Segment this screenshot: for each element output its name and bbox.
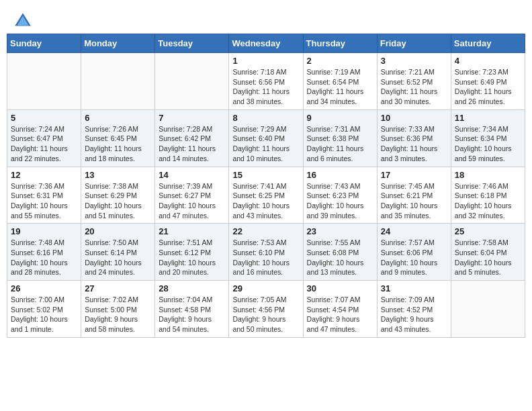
day-number: 24 (381, 226, 447, 236)
calendar-day-cell: 11Sunrise: 7:34 AM Sunset: 6:34 PM Dayli… (451, 109, 525, 167)
calendar-week-row: 26Sunrise: 7:00 AM Sunset: 5:02 PM Dayli… (7, 281, 525, 338)
day-info: Sunrise: 7:02 AM Sunset: 5:00 PM Dayligh… (85, 295, 151, 334)
calendar-day-cell: 6Sunrise: 7:26 AM Sunset: 6:45 PM Daylig… (81, 109, 155, 167)
day-number: 28 (159, 283, 225, 293)
calendar-day-cell: 20Sunrise: 7:50 AM Sunset: 6:14 PM Dayli… (81, 224, 155, 281)
calendar-day-cell: 18Sunrise: 7:46 AM Sunset: 6:18 PM Dayli… (451, 167, 525, 224)
day-number: 13 (85, 170, 151, 180)
day-info: Sunrise: 7:24 AM Sunset: 6:47 PM Dayligh… (11, 124, 77, 164)
day-number: 8 (232, 113, 299, 123)
calendar-day-cell (451, 281, 525, 338)
day-number: 22 (232, 226, 299, 236)
day-number: 31 (381, 283, 447, 293)
day-info: Sunrise: 7:55 AM Sunset: 6:08 PM Dayligh… (307, 238, 373, 277)
day-number: 19 (11, 226, 77, 236)
day-info: Sunrise: 7:51 AM Sunset: 6:12 PM Dayligh… (159, 238, 225, 277)
day-info: Sunrise: 7:28 AM Sunset: 6:42 PM Dayligh… (159, 124, 225, 164)
calendar-day-cell: 21Sunrise: 7:51 AM Sunset: 6:12 PM Dayli… (155, 224, 229, 281)
calendar-day-cell: 29Sunrise: 7:05 AM Sunset: 4:56 PM Dayli… (229, 281, 303, 338)
day-info: Sunrise: 7:19 AM Sunset: 6:54 PM Dayligh… (307, 67, 373, 107)
calendar-day-header: Monday (81, 34, 155, 53)
calendar-day-cell: 4Sunrise: 7:23 AM Sunset: 6:49 PM Daylig… (451, 53, 525, 110)
calendar-day-cell: 17Sunrise: 7:45 AM Sunset: 6:21 PM Dayli… (377, 167, 451, 224)
calendar-day-cell: 9Sunrise: 7:31 AM Sunset: 6:38 PM Daylig… (303, 109, 377, 167)
calendar-day-cell: 23Sunrise: 7:55 AM Sunset: 6:08 PM Dayli… (303, 224, 377, 281)
calendar-day-cell: 16Sunrise: 7:43 AM Sunset: 6:23 PM Dayli… (303, 167, 377, 224)
calendar-day-cell: 12Sunrise: 7:36 AM Sunset: 6:31 PM Dayli… (7, 167, 81, 224)
day-info: Sunrise: 7:34 AM Sunset: 6:34 PM Dayligh… (455, 124, 521, 164)
day-number: 15 (232, 170, 299, 180)
calendar-day-cell: 2Sunrise: 7:19 AM Sunset: 6:54 PM Daylig… (303, 53, 377, 110)
day-number: 2 (307, 56, 373, 66)
day-number: 30 (307, 283, 373, 293)
day-number: 18 (455, 170, 521, 180)
day-info: Sunrise: 7:53 AM Sunset: 6:10 PM Dayligh… (232, 238, 299, 277)
calendar-day-cell: 14Sunrise: 7:39 AM Sunset: 6:27 PM Dayli… (155, 167, 229, 224)
day-info: Sunrise: 7:39 AM Sunset: 6:27 PM Dayligh… (159, 181, 225, 221)
calendar-day-header: Sunday (7, 34, 81, 53)
calendar-day-header: Saturday (451, 34, 525, 53)
day-number: 10 (381, 113, 447, 123)
day-info: Sunrise: 7:31 AM Sunset: 6:38 PM Dayligh… (307, 124, 373, 164)
day-info: Sunrise: 7:43 AM Sunset: 6:23 PM Dayligh… (307, 181, 373, 221)
calendar-day-cell: 7Sunrise: 7:28 AM Sunset: 6:42 PM Daylig… (155, 109, 229, 167)
calendar-day-cell: 30Sunrise: 7:07 AM Sunset: 4:54 PM Dayli… (303, 281, 377, 338)
day-info: Sunrise: 7:33 AM Sunset: 6:36 PM Dayligh… (381, 124, 447, 164)
calendar-day-cell: 10Sunrise: 7:33 AM Sunset: 6:36 PM Dayli… (377, 109, 451, 167)
day-number: 1 (232, 56, 299, 66)
logo (13, 12, 34, 27)
day-info: Sunrise: 7:38 AM Sunset: 6:29 PM Dayligh… (85, 181, 151, 221)
calendar-day-cell: 24Sunrise: 7:57 AM Sunset: 6:06 PM Dayli… (377, 224, 451, 281)
calendar-day-cell: 27Sunrise: 7:02 AM Sunset: 5:00 PM Dayli… (81, 281, 155, 338)
day-number: 5 (11, 113, 77, 123)
calendar-day-header: Tuesday (155, 34, 229, 53)
page-header (7, 7, 525, 31)
day-info: Sunrise: 7:18 AM Sunset: 6:56 PM Dayligh… (232, 67, 299, 107)
calendar-day-header: Wednesday (229, 34, 303, 53)
day-number: 29 (232, 283, 299, 293)
day-number: 7 (159, 113, 225, 123)
day-info: Sunrise: 7:00 AM Sunset: 5:02 PM Dayligh… (11, 295, 77, 334)
day-number: 26 (11, 283, 77, 293)
day-number: 27 (85, 283, 151, 293)
calendar-day-cell: 22Sunrise: 7:53 AM Sunset: 6:10 PM Dayli… (229, 224, 303, 281)
calendar-day-cell: 26Sunrise: 7:00 AM Sunset: 5:02 PM Dayli… (7, 281, 81, 338)
calendar-day-cell: 1Sunrise: 7:18 AM Sunset: 6:56 PM Daylig… (229, 53, 303, 110)
calendar-day-cell: 8Sunrise: 7:29 AM Sunset: 6:40 PM Daylig… (229, 109, 303, 167)
day-info: Sunrise: 7:48 AM Sunset: 6:16 PM Dayligh… (11, 238, 77, 277)
day-info: Sunrise: 7:29 AM Sunset: 6:40 PM Dayligh… (232, 124, 299, 164)
calendar-header-row: SundayMondayTuesdayWednesdayThursdayFrid… (7, 34, 525, 53)
calendar-table: SundayMondayTuesdayWednesdayThursdayFrid… (7, 34, 525, 338)
day-info: Sunrise: 7:57 AM Sunset: 6:06 PM Dayligh… (381, 238, 447, 277)
calendar-day-cell (81, 53, 155, 110)
calendar-day-cell: 31Sunrise: 7:09 AM Sunset: 4:52 PM Dayli… (377, 281, 451, 338)
day-info: Sunrise: 7:09 AM Sunset: 4:52 PM Dayligh… (381, 295, 447, 334)
calendar-day-cell: 3Sunrise: 7:21 AM Sunset: 6:52 PM Daylig… (377, 53, 451, 110)
calendar-day-cell: 25Sunrise: 7:58 AM Sunset: 6:04 PM Dayli… (451, 224, 525, 281)
calendar-week-row: 12Sunrise: 7:36 AM Sunset: 6:31 PM Dayli… (7, 167, 525, 224)
day-number: 21 (159, 226, 225, 236)
day-info: Sunrise: 7:50 AM Sunset: 6:14 PM Dayligh… (85, 238, 151, 277)
day-info: Sunrise: 7:58 AM Sunset: 6:04 PM Dayligh… (455, 238, 521, 277)
day-info: Sunrise: 7:21 AM Sunset: 6:52 PM Dayligh… (381, 67, 447, 107)
logo-icon (13, 12, 32, 27)
day-info: Sunrise: 7:36 AM Sunset: 6:31 PM Dayligh… (11, 181, 77, 221)
calendar-day-header: Thursday (303, 34, 377, 53)
day-info: Sunrise: 7:04 AM Sunset: 4:58 PM Dayligh… (159, 295, 225, 334)
day-number: 23 (307, 226, 373, 236)
day-info: Sunrise: 7:41 AM Sunset: 6:25 PM Dayligh… (232, 181, 299, 221)
day-info: Sunrise: 7:23 AM Sunset: 6:49 PM Dayligh… (455, 67, 521, 107)
calendar-day-cell (155, 53, 229, 110)
calendar-day-cell: 5Sunrise: 7:24 AM Sunset: 6:47 PM Daylig… (7, 109, 81, 167)
day-number: 11 (455, 113, 521, 123)
calendar-week-row: 1Sunrise: 7:18 AM Sunset: 6:56 PM Daylig… (7, 53, 525, 110)
day-number: 9 (307, 113, 373, 123)
calendar-week-row: 5Sunrise: 7:24 AM Sunset: 6:47 PM Daylig… (7, 109, 525, 167)
day-number: 4 (455, 56, 521, 66)
day-number: 12 (11, 170, 77, 180)
calendar-day-cell (7, 53, 81, 110)
day-info: Sunrise: 7:26 AM Sunset: 6:45 PM Dayligh… (85, 124, 151, 164)
day-info: Sunrise: 7:05 AM Sunset: 4:56 PM Dayligh… (232, 295, 299, 334)
calendar-day-cell: 15Sunrise: 7:41 AM Sunset: 6:25 PM Dayli… (229, 167, 303, 224)
day-number: 6 (85, 113, 151, 123)
